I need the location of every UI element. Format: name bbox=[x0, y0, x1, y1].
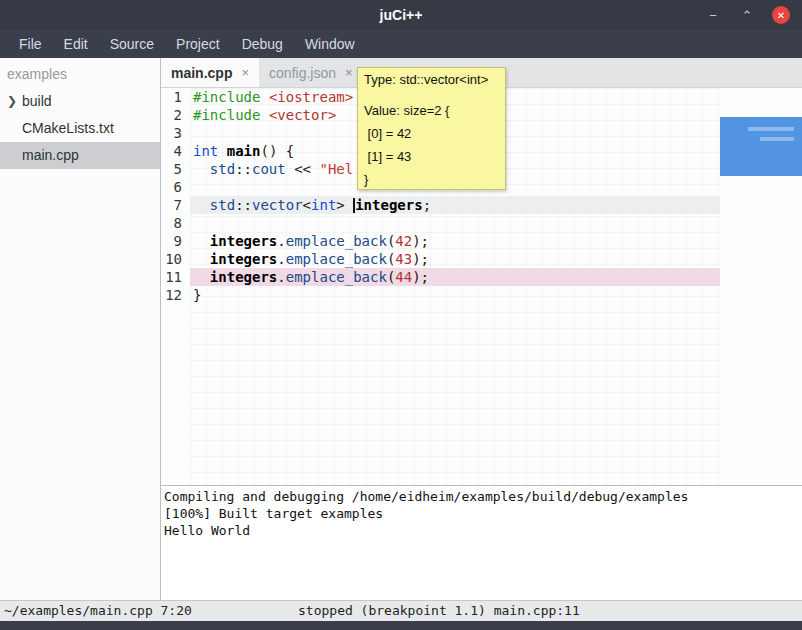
code-token: integers bbox=[355, 197, 422, 213]
line-number[interactable]: 7 bbox=[161, 196, 190, 214]
code-token: integers bbox=[210, 251, 277, 267]
blue-overlay-panel bbox=[720, 117, 802, 176]
code-text[interactable] bbox=[190, 124, 193, 142]
line-number[interactable]: 8 bbox=[161, 214, 190, 232]
code-text[interactable]: integers.emplace_back(42); bbox=[190, 232, 429, 250]
code-text[interactable]: integers.emplace_back(43); bbox=[190, 250, 429, 268]
code-text[interactable]: std::vector<int> integers; bbox=[190, 196, 431, 214]
line-number[interactable]: 3 bbox=[161, 124, 190, 142]
code-token: :: bbox=[235, 161, 252, 177]
tab-close-icon[interactable]: × bbox=[345, 65, 353, 80]
code-text[interactable] bbox=[190, 178, 193, 196]
code-token: () { bbox=[260, 143, 294, 159]
code-token: emplace_back bbox=[286, 233, 387, 249]
line-number[interactable]: 5 bbox=[161, 160, 190, 178]
menubar: File Edit Source Project Debug Window bbox=[0, 30, 802, 58]
code-token bbox=[193, 251, 210, 267]
line-number[interactable]: 6 bbox=[161, 178, 190, 196]
code-text[interactable]: #include <iostream> bbox=[190, 88, 353, 106]
line-number[interactable]: 9 bbox=[161, 232, 190, 250]
code-text[interactable]: integers.emplace_back(44); bbox=[190, 268, 429, 286]
tooltip-value-line: [1] = 43 bbox=[364, 145, 499, 168]
code-token: integers bbox=[210, 233, 277, 249]
code-token: <iostream> bbox=[269, 89, 353, 105]
code-text[interactable]: } bbox=[190, 286, 201, 304]
code-token bbox=[193, 161, 210, 177]
tab-label: config.json bbox=[269, 65, 336, 81]
code-token: main bbox=[227, 143, 261, 159]
project-name-header: examples bbox=[0, 58, 160, 88]
status-file-position: ~/examples/main.cpp 7:20 bbox=[4, 601, 192, 621]
output-console: Compiling and debugging /home/eidheim/ex… bbox=[161, 485, 802, 600]
sidebar-item-cmakelists[interactable]: CMakeLists.txt bbox=[0, 115, 160, 142]
code-token: <vector> bbox=[269, 107, 336, 123]
sidebar-item-label: CMakeLists.txt bbox=[22, 120, 114, 136]
code-text[interactable]: #include <vector> bbox=[190, 106, 336, 124]
code-token: #include bbox=[193, 89, 260, 105]
maximize-button[interactable]: ⌃ bbox=[738, 6, 756, 24]
tab-config-json[interactable]: config.json × bbox=[259, 58, 363, 87]
chevron-right-icon[interactable]: ❯ bbox=[7, 88, 17, 115]
close-button[interactable]: ✕ bbox=[772, 6, 790, 24]
code-text[interactable] bbox=[190, 214, 193, 232]
tab-main-cpp[interactable]: main.cpp × bbox=[161, 58, 259, 87]
status-debug-state: stopped (breakpoint 1.1) main.cpp:11 bbox=[298, 601, 580, 621]
code-token: integers bbox=[210, 269, 277, 285]
code-line[interactable]: 7 std::vector<int> integers; bbox=[161, 196, 802, 214]
code-line[interactable]: 10 integers.emplace_back(43); bbox=[161, 250, 802, 268]
console-line: Hello World bbox=[164, 522, 802, 539]
code-token bbox=[218, 143, 226, 159]
code-token: #include bbox=[193, 107, 260, 123]
code-token: std bbox=[210, 197, 235, 213]
debug-value-tooltip: Type: std::vector<int> Value: size=2 { [… bbox=[357, 67, 506, 190]
code-text[interactable]: int main() { bbox=[190, 142, 294, 160]
code-text[interactable]: std::cout << "Hel bbox=[190, 160, 353, 178]
code-line[interactable]: 8 bbox=[161, 214, 802, 232]
code-token: << bbox=[286, 161, 320, 177]
code-token bbox=[193, 233, 210, 249]
line-number[interactable]: 4 bbox=[161, 142, 190, 160]
code-token: int bbox=[311, 197, 336, 213]
menu-edit[interactable]: Edit bbox=[53, 30, 99, 58]
code-line[interactable]: 12} bbox=[161, 286, 802, 304]
file-tree-sidebar: examples ❯ build CMakeLists.txt main.cpp bbox=[0, 58, 160, 600]
line-number[interactable]: 2 bbox=[161, 106, 190, 124]
code-token bbox=[260, 107, 268, 123]
menu-debug[interactable]: Debug bbox=[231, 30, 294, 58]
code-token: cout bbox=[252, 161, 286, 177]
minimize-button[interactable]: − bbox=[704, 6, 722, 24]
tooltip-type-line: Type: std::vector<int> bbox=[364, 71, 499, 89]
code-token: . bbox=[277, 251, 285, 267]
menu-file[interactable]: File bbox=[8, 30, 53, 58]
tab-label: main.cpp bbox=[171, 65, 232, 81]
menu-window[interactable]: Window bbox=[294, 30, 366, 58]
code-token bbox=[193, 197, 210, 213]
code-token bbox=[260, 89, 268, 105]
code-line[interactable]: 11 integers.emplace_back(44); bbox=[161, 268, 802, 286]
code-line[interactable]: 9 integers.emplace_back(42); bbox=[161, 232, 802, 250]
sidebar-item-maincpp[interactable]: main.cpp bbox=[0, 142, 160, 169]
line-number[interactable]: 1 bbox=[161, 88, 190, 106]
code-token: std bbox=[210, 161, 235, 177]
code-token: emplace_back bbox=[286, 251, 387, 267]
menu-source[interactable]: Source bbox=[99, 30, 165, 58]
code-token bbox=[193, 269, 210, 285]
code-token: } bbox=[193, 287, 201, 303]
titlebar: juCi++ − ⌃ ✕ bbox=[0, 0, 802, 30]
tooltip-value-line: } bbox=[364, 168, 499, 191]
window-title: juCi++ bbox=[380, 7, 423, 23]
line-number[interactable]: 11 bbox=[161, 268, 190, 286]
tab-close-icon[interactable]: × bbox=[241, 65, 249, 80]
console-line: [100%] Built target examples bbox=[164, 505, 802, 522]
code-token: . bbox=[277, 269, 285, 285]
menu-project[interactable]: Project bbox=[165, 30, 231, 58]
code-token: 43 bbox=[395, 251, 412, 267]
code-token: :: bbox=[235, 197, 252, 213]
line-number[interactable]: 10 bbox=[161, 250, 190, 268]
code-token: "Hel bbox=[319, 161, 353, 177]
line-number[interactable]: 12 bbox=[161, 286, 190, 304]
code-token: emplace_back bbox=[286, 269, 387, 285]
code-token: 44 bbox=[395, 269, 412, 285]
sidebar-item-build[interactable]: ❯ build bbox=[0, 88, 160, 115]
code-token: > bbox=[336, 197, 353, 213]
